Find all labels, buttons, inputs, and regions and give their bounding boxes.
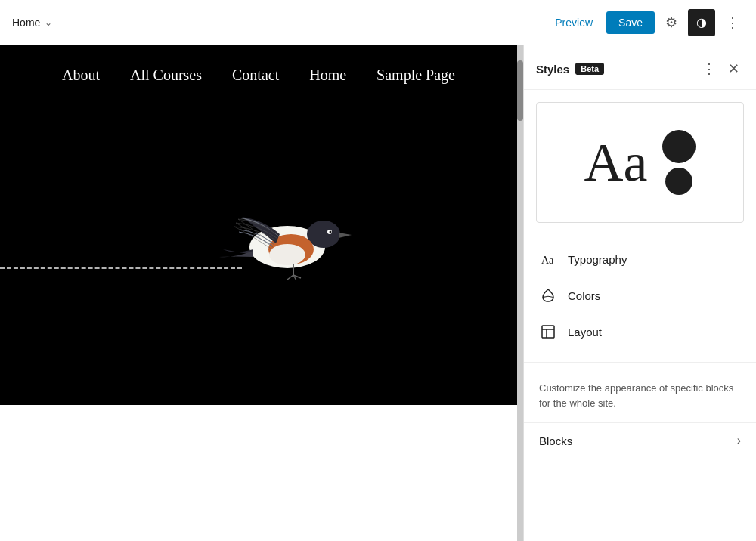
toolbar-right: Preview Save ⚙ ◑ ⋮ [547,9,744,36]
save-button[interactable]: Save [606,11,655,34]
styles-close-button[interactable]: ✕ [723,57,744,80]
gear-icon: ⚙ [665,15,677,30]
styles-header-actions: ⋮ ✕ [698,57,744,80]
typography-label: Typography [568,253,627,266]
color-dots-preview [662,130,696,195]
home-label: Home [12,17,40,29]
svg-rect-12 [542,326,554,338]
more-icon: ⋮ [726,15,739,30]
typography-icon: Aa [539,252,557,267]
site-navigation: About All Courses Contact Home Sample Pa… [0,45,517,105]
color-dot-medium [665,168,692,195]
typography-menu-item[interactable]: Aa Typography [524,241,756,277]
site-content [0,105,517,405]
gear-icon-button[interactable]: ⚙ [661,10,682,36]
color-dot-large [662,130,696,163]
styles-title: Styles [536,63,569,76]
nav-item-home[interactable]: Home [309,66,346,84]
colors-menu-item[interactable]: Colors [524,277,756,314]
canvas-scrollbar[interactable] [517,45,523,541]
chevron-down-icon[interactable]: ⌄ [45,17,52,28]
close-icon: ✕ [728,61,739,76]
toolbar: Home ⌄ Preview Save ⚙ ◑ ⋮ [0,0,756,45]
nav-item-all-courses[interactable]: All Courses [130,66,202,84]
dashed-line [0,267,242,269]
colors-icon [539,288,557,303]
preview-card-inner: Aa [584,130,696,195]
styles-more-button[interactable]: ⋮ [698,57,720,80]
styles-preview-card: Aa [536,102,744,223]
half-circle-icon: ◑ [696,15,707,29]
nav-item-contact[interactable]: Contact [232,66,279,84]
styles-panel: Styles Beta ⋮ ✕ Aa [523,45,756,541]
main-area: About All Courses Contact Home Sample Pa… [0,45,756,541]
layout-label: Layout [568,326,602,339]
nav-item-about[interactable]: About [62,66,100,84]
bird-illustration [212,168,363,299]
canvas-scrollbar-thumb[interactable] [517,60,523,121]
toolbar-left: Home ⌄ [12,17,52,29]
layout-icon [539,324,557,339]
nav-item-sample-page[interactable]: Sample Page [376,66,455,84]
site-bottom-area [0,405,517,541]
svg-marker-2 [339,233,352,238]
canvas: About All Courses Contact Home Sample Pa… [0,45,523,541]
styles-panel-header: Styles Beta ⋮ ✕ [524,45,756,90]
styles-menu: Aa Typography Colors [524,235,756,356]
styles-title-area: Styles Beta [536,63,604,76]
blocks-label: Blocks [539,434,572,447]
layout-menu-item[interactable]: Layout [524,314,756,350]
divider [524,362,756,363]
beta-badge: Beta [575,63,604,75]
site-preview: About All Courses Contact Home Sample Pa… [0,45,517,541]
chevron-right-icon: › [737,434,741,447]
preview-button[interactable]: Preview [547,12,600,33]
svg-line-8 [287,275,293,280]
styles-more-icon: ⋮ [702,61,716,76]
blocks-link[interactable]: Blocks › [524,422,756,458]
typography-preview: Aa [584,135,648,190]
more-options-button[interactable]: ⋮ [721,11,744,34]
svg-point-4 [330,231,332,233]
colors-label: Colors [568,289,600,302]
styles-description: Customize the appearance of specific blo… [524,369,756,422]
style-toggle-button[interactable]: ◑ [688,9,715,36]
svg-point-6 [269,244,305,265]
svg-text:Aa: Aa [541,255,554,266]
